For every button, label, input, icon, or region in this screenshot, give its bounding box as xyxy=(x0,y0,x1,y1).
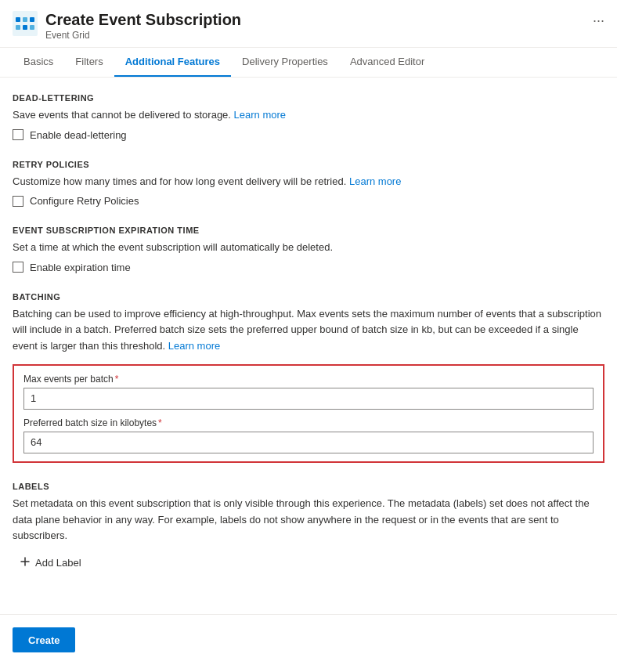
max-events-field-group: Max events per batch* xyxy=(23,374,594,410)
svg-rect-3 xyxy=(30,17,34,22)
retry-policies-title: RETRY POLICIES xyxy=(13,160,604,169)
labels-section: LABELS Set metadata on this event subscr… xyxy=(13,482,604,573)
add-label-button[interactable]: Add Label xyxy=(13,552,88,573)
dead-lettering-desc: Save events that cannot be delivered to … xyxy=(13,107,604,123)
dead-lettering-checkbox-label: Enable dead-lettering xyxy=(30,129,127,141)
page-subtitle: Event Grid xyxy=(45,30,585,41)
svg-rect-2 xyxy=(23,17,27,22)
tab-advanced-editor[interactable]: Advanced Editor xyxy=(339,48,435,77)
retry-policies-learn-more[interactable]: Learn more xyxy=(349,175,401,187)
page-footer: Create xyxy=(0,614,617,665)
batch-size-input[interactable] xyxy=(23,432,594,453)
expiration-section: EVENT SUBSCRIPTION EXPIRATION TIME Set a… xyxy=(13,226,604,273)
tab-filters[interactable]: Filters xyxy=(64,48,114,77)
batching-desc: Batching can be used to improve efficien… xyxy=(13,306,604,355)
add-label-icon xyxy=(20,556,31,569)
retry-policies-desc-text: Customize how many times and for how lon… xyxy=(13,175,346,187)
batching-title: BATCHING xyxy=(13,292,604,302)
tab-basics[interactable]: Basics xyxy=(13,48,64,77)
add-label-text: Add Label xyxy=(35,557,81,569)
batching-fields-box: Max events per batch* Preferred batch si… xyxy=(13,364,604,463)
svg-rect-4 xyxy=(16,25,20,30)
dead-lettering-checkbox[interactable] xyxy=(13,129,23,140)
batch-size-field-group: Preferred batch size in kilobytes* xyxy=(23,417,594,453)
expiration-checkbox[interactable] xyxy=(13,262,23,273)
create-button[interactable]: Create xyxy=(13,627,75,652)
batching-learn-more[interactable]: Learn more xyxy=(168,340,220,352)
retry-policies-checkbox-row: Configure Retry Policies xyxy=(13,195,604,207)
svg-rect-6 xyxy=(30,25,34,30)
retry-policies-checkbox[interactable] xyxy=(13,196,23,207)
dead-lettering-learn-more[interactable]: Learn more xyxy=(234,109,286,121)
svg-rect-5 xyxy=(23,25,27,30)
event-grid-icon xyxy=(13,11,38,36)
expiration-checkbox-label: Enable expiration time xyxy=(30,262,131,273)
batch-size-label: Preferred batch size in kilobytes* xyxy=(23,417,594,428)
page-title: Create Event Subscription xyxy=(45,9,585,30)
batch-size-required: * xyxy=(158,417,162,428)
dead-lettering-title: DEAD-LETTERING xyxy=(13,93,604,103)
header-text-group: Create Event Subscription Event Grid xyxy=(45,9,585,41)
batching-desc-text: Batching can be used to improve efficien… xyxy=(13,308,601,352)
main-content: DEAD-LETTERING Save events that cannot b… xyxy=(0,78,617,608)
retry-policies-checkbox-label: Configure Retry Policies xyxy=(30,195,139,207)
max-events-label: Max events per batch* xyxy=(23,374,594,385)
more-options-button[interactable]: ··· xyxy=(593,13,604,29)
expiration-title: EVENT SUBSCRIPTION EXPIRATION TIME xyxy=(13,226,604,235)
max-events-input[interactable] xyxy=(23,388,594,410)
dead-lettering-section: DEAD-LETTERING Save events that cannot b… xyxy=(13,93,604,141)
tab-delivery-properties[interactable]: Delivery Properties xyxy=(231,48,339,77)
tab-bar: Basics Filters Additional Features Deliv… xyxy=(0,48,617,78)
tab-additional-features[interactable]: Additional Features xyxy=(114,48,231,77)
svg-rect-1 xyxy=(16,17,20,22)
batching-section: BATCHING Batching can be used to improve… xyxy=(13,292,604,463)
labels-title: LABELS xyxy=(13,482,604,491)
expiration-desc: Set a time at which the event subscripti… xyxy=(13,240,604,255)
page-header: Create Event Subscription Event Grid ··· xyxy=(0,0,617,48)
dead-lettering-checkbox-row: Enable dead-lettering xyxy=(13,129,604,141)
dead-lettering-desc-text: Save events that cannot be delivered to … xyxy=(13,109,231,121)
max-events-required: * xyxy=(115,374,119,385)
retry-policies-desc: Customize how many times and for how lon… xyxy=(13,174,604,190)
svg-rect-0 xyxy=(13,11,38,36)
expiration-checkbox-row: Enable expiration time xyxy=(13,262,604,273)
labels-desc: Set metadata on this event subscription … xyxy=(13,496,604,544)
retry-policies-section: RETRY POLICIES Customize how many times … xyxy=(13,160,604,208)
